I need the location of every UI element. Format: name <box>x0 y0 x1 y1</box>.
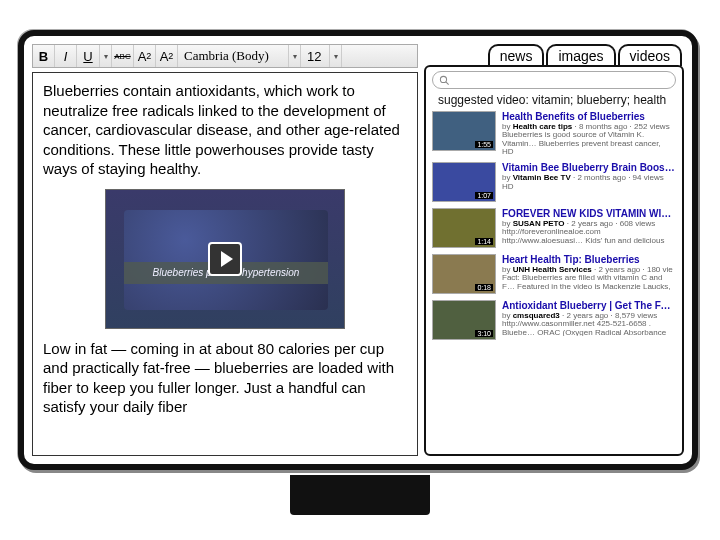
result-desc: Fact: Blueberries are filled with vitami… <box>502 274 676 290</box>
paragraph[interactable]: Low in fat — coming in at about 80 calor… <box>43 339 407 417</box>
svg-point-0 <box>440 76 446 82</box>
font-family-select[interactable]: Cambria (Body)▾ <box>178 45 301 67</box>
result-desc: http://foreveronlinealoe.com http://www.… <box>502 228 676 244</box>
result-meta: by Health care tips · 8 months ago · 252… <box>502 122 676 131</box>
duration-badge: 1:07 <box>475 192 493 199</box>
tab-news[interactable]: news <box>488 44 545 66</box>
tab-images[interactable]: images <box>546 44 615 66</box>
superscript-button[interactable]: A2 <box>134 45 156 67</box>
search-input[interactable] <box>432 71 676 89</box>
document-body[interactable]: Blueberries contain antioxidants, which … <box>32 72 418 456</box>
result-title[interactable]: Vitamin Bee Blueberry Brain Boosters <box>502 162 676 173</box>
result-title[interactable]: Health Benefits of Blueberries <box>502 111 676 122</box>
tab-row: news images videos <box>424 44 684 66</box>
monitor-frame: B I U▾ ABC A2 A2 Cambria (Body)▾ 12▾ Blu… <box>18 30 698 470</box>
svg-line-1 <box>446 81 449 84</box>
results-pane: suggested video: vitamin; blueberry; hea… <box>424 65 684 456</box>
hd-badge: HD <box>502 147 676 156</box>
chevron-down-icon[interactable]: ▾ <box>288 45 300 67</box>
result-row[interactable]: 1:55Health Benefits of Blueberriesby Hea… <box>432 111 676 156</box>
embedded-video[interactable]: Blueberries prevent hypertension <box>105 189 345 329</box>
result-title[interactable]: Heart Health Tip: Blueberries <box>502 254 676 265</box>
result-desc: http://www.casonmiller.net 425-521-6658 … <box>502 320 676 336</box>
underline-button[interactable]: U▾ <box>77 45 112 67</box>
result-meta: by SUSAN PETO · 2 years ago · 608 views <box>502 219 676 228</box>
result-meta: by Vitamin Bee TV · 2 months ago · 94 vi… <box>502 173 676 182</box>
chevron-down-icon[interactable]: ▾ <box>329 45 341 67</box>
result-title[interactable]: FOREVER NEW KIDS VITAMIN WITH Pomegranat… <box>502 208 676 219</box>
play-icon[interactable] <box>208 242 242 276</box>
video-thumbnail[interactable]: 3:10 <box>432 300 496 340</box>
tab-videos[interactable]: videos <box>618 44 682 66</box>
hd-badge: HD <box>502 182 676 191</box>
result-title[interactable]: Antioxidant Blueberry | Get The FACTS <box>502 300 676 311</box>
search-panel: news images videos suggested video: vita… <box>424 44 684 456</box>
suggested-label: suggested video: vitamin; blueberry; hea… <box>432 93 676 107</box>
video-thumbnail[interactable]: 1:55 <box>432 111 496 151</box>
duration-badge: 1:14 <box>475 238 493 245</box>
strikethrough-button[interactable]: ABC <box>112 45 134 67</box>
video-thumbnail[interactable]: 1:07 <box>432 162 496 202</box>
result-row[interactable]: 3:10Antioxidant Blueberry | Get The FACT… <box>432 300 676 340</box>
paragraph[interactable]: Blueberries contain antioxidants, which … <box>43 81 407 179</box>
editor-pane: B I U▾ ABC A2 A2 Cambria (Body)▾ 12▾ Blu… <box>32 44 418 456</box>
italic-button[interactable]: I <box>55 45 77 67</box>
video-thumbnail[interactable]: 1:14 <box>432 208 496 248</box>
formatting-toolbar: B I U▾ ABC A2 A2 Cambria (Body)▾ 12▾ <box>32 44 418 68</box>
font-size-select[interactable]: 12▾ <box>301 45 342 67</box>
chevron-down-icon[interactable]: ▾ <box>99 45 111 67</box>
subscript-button[interactable]: A2 <box>156 45 178 67</box>
result-meta: by UNH Health Services · 2 years ago · 1… <box>502 265 676 274</box>
result-row[interactable]: 0:18Heart Health Tip: Blueberriesby UNH … <box>432 254 676 294</box>
duration-badge: 3:10 <box>475 330 493 337</box>
result-meta: by cmsquared3 · 2 years ago · 8,579 view… <box>502 311 676 320</box>
monitor-stand <box>290 475 430 515</box>
video-thumbnail[interactable]: 0:18 <box>432 254 496 294</box>
duration-badge: 1:55 <box>475 141 493 148</box>
bold-button[interactable]: B <box>33 45 55 67</box>
result-row[interactable]: 1:14FOREVER NEW KIDS VITAMIN WITH Pomegr… <box>432 208 676 248</box>
search-icon <box>439 75 450 86</box>
duration-badge: 0:18 <box>475 284 493 291</box>
result-desc: Blueberries is good source of Vitamin K.… <box>502 131 676 147</box>
result-row[interactable]: 1:07Vitamin Bee Blueberry Brain Boosters… <box>432 162 676 202</box>
